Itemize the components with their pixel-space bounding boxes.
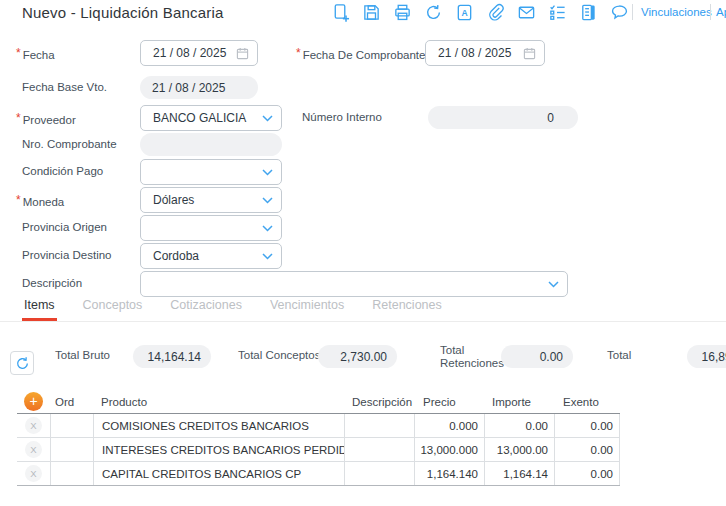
vinculaciones-link[interactable]: Vinculaciones (641, 6, 712, 18)
save-icon (362, 3, 381, 22)
add-row-button[interactable]: + (24, 392, 43, 411)
col-header-producto: Producto (101, 396, 147, 408)
comment-icon (610, 3, 629, 22)
cell-descripcion[interactable] (344, 414, 414, 437)
history-icon (424, 3, 443, 22)
cell-exento[interactable]: 0.00 (554, 414, 620, 437)
nro-comprobante-label: Nro. Comprobante (22, 138, 117, 150)
tab-vencimientos[interactable]: Vencimientos (268, 298, 346, 321)
cell-importe[interactable]: 0.00 (484, 414, 554, 437)
cell-precio[interactable]: 0.000 (414, 414, 484, 437)
descripcion-label: Descripción (22, 277, 82, 289)
col-header-importe: Importe (492, 396, 531, 408)
cell-producto[interactable]: INTERESES CREDITOS BANCARIOS PERDIDOS (93, 438, 344, 461)
provincia-destino-value: Cordoba (153, 249, 199, 263)
table-row: X INTERESES CREDITOS BANCARIOS PERDIDOS … (17, 438, 620, 462)
nro-comprobante-value (140, 133, 282, 156)
fecha-value: 21 / 08 / 2025 (153, 46, 226, 60)
table-row: X COMISIONES CREDITOS BANCARIOS 0.000 0.… (17, 414, 620, 438)
col-header-ord: Ord (55, 396, 74, 408)
cell-importe[interactable]: 13,000.00 (484, 438, 554, 461)
cell-ord[interactable] (50, 438, 93, 461)
col-header-precio: Precio (423, 396, 456, 408)
email-button[interactable] (516, 2, 536, 22)
svg-text:A: A (461, 7, 467, 17)
provincia-destino-select[interactable]: Cordoba (140, 243, 282, 269)
total-conceptos-label: Total Conceptos (238, 349, 320, 362)
fecha-comprobante-input[interactable]: 21 / 08 / 2025 (425, 40, 545, 66)
fecha-label: *Fecha (16, 46, 55, 61)
history-button[interactable] (423, 2, 443, 22)
new-document-button[interactable] (330, 2, 350, 22)
proveedor-select[interactable]: BANCO GALICIA (140, 105, 282, 131)
bank-liquidation-form: { "colors": { "accent_blue": "#2f9bf0", … (0, 0, 726, 506)
chevron-down-icon (262, 225, 273, 232)
cell-precio[interactable]: 1,164.140 (414, 462, 484, 485)
save-button[interactable] (361, 2, 381, 22)
condicion-pago-label: Condición Pago (22, 165, 103, 177)
comment-button[interactable] (609, 2, 629, 22)
cell-descripcion[interactable] (344, 438, 414, 461)
moneda-select[interactable]: Dólares (140, 187, 282, 213)
tab-conceptos[interactable]: Conceptos (81, 298, 145, 321)
provincia-destino-label: Provincia Destino (22, 249, 111, 261)
table-row: X CAPITAL CREDITOS BANCARIOS CP 1,164.14… (17, 462, 620, 486)
header-toolbar: A (330, 2, 629, 22)
chevron-down-icon (262, 197, 273, 204)
numero-interno-value: 0 (428, 106, 578, 129)
calendar-icon[interactable] (523, 47, 536, 60)
new-document-icon (331, 3, 350, 22)
attachment-button[interactable] (485, 2, 505, 22)
required-marker: * (16, 46, 21, 60)
delete-row-button[interactable]: X (25, 465, 42, 482)
delete-row-button[interactable]: X (25, 441, 42, 458)
letter-document-button[interactable]: A (454, 2, 474, 22)
chevron-down-icon (262, 169, 273, 176)
total-conceptos-value: 2,730.00 (318, 345, 397, 368)
cell-exento[interactable]: 0.00 (554, 438, 620, 461)
tab-cotizaciones[interactable]: Cotizaciones (168, 298, 244, 321)
fecha-base-vto-value: 21 / 08 / 2025 (140, 76, 258, 99)
condicion-pago-select[interactable] (140, 159, 282, 185)
fecha-input[interactable]: 21 / 08 / 2025 (140, 40, 258, 66)
cell-ord[interactable] (50, 414, 93, 437)
tab-items[interactable]: Items (22, 298, 57, 321)
report-icon (579, 3, 598, 22)
proveedor-value: BANCO GALICIA (153, 111, 246, 125)
tab-retenciones[interactable]: Retenciones (370, 298, 444, 321)
total-label: Total (607, 349, 631, 362)
email-icon (517, 3, 536, 22)
toolbar-separator-2 (710, 4, 711, 20)
cell-descripcion[interactable] (344, 462, 414, 485)
attachment-icon (486, 3, 505, 22)
cell-producto[interactable]: CAPITAL CREDITOS BANCARIOS CP (93, 462, 344, 485)
provincia-origen-label: Provincia Origen (22, 221, 107, 233)
cell-importe[interactable]: 1,164.14 (484, 462, 554, 485)
col-header-exento: Exento (563, 396, 599, 408)
fecha-base-vto-label: Fecha Base Vto. (22, 81, 107, 93)
delete-row-button[interactable]: X (25, 417, 42, 434)
chevron-down-icon (262, 115, 273, 122)
refresh-icon (15, 356, 30, 371)
cell-producto[interactable]: COMISIONES CREDITOS BANCARIOS (93, 414, 344, 437)
cell-ord[interactable] (50, 462, 93, 485)
required-marker: * (16, 193, 21, 207)
calendar-icon[interactable] (236, 47, 249, 60)
col-header-descripcion: Descripción (352, 396, 412, 408)
tab-strip: Items Conceptos Cotizaciones Vencimiento… (0, 298, 726, 322)
total-bruto-value: 14,164.14 (133, 345, 211, 368)
descripcion-select[interactable] (140, 271, 568, 297)
cell-precio[interactable]: 13,000.000 (414, 438, 484, 461)
checklist-button[interactable] (547, 2, 567, 22)
provincia-origen-select[interactable] (140, 215, 282, 241)
cell-exento[interactable]: 0.00 (554, 462, 620, 485)
numero-interno-label: Número Interno (302, 111, 382, 123)
total-retenciones-label: Total Retenciones (440, 344, 498, 369)
page-title: Nuevo - Liquidación Bancaria (22, 4, 224, 21)
partial-right-link[interactable]: Ap (716, 6, 726, 18)
print-button[interactable] (392, 2, 412, 22)
report-button[interactable] (578, 2, 598, 22)
refresh-button[interactable] (10, 351, 34, 375)
chevron-down-icon (262, 253, 273, 260)
print-icon (393, 3, 412, 22)
